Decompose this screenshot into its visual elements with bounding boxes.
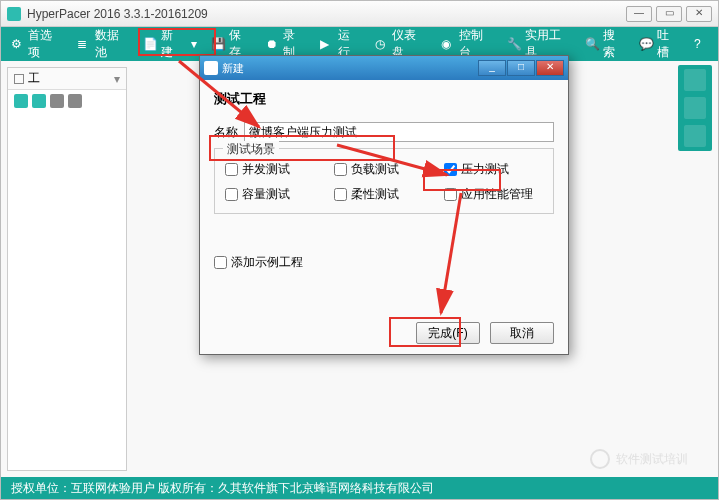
check-pressure[interactable]: 压力测试 bbox=[444, 161, 543, 178]
file-icon: 📄 bbox=[143, 37, 157, 51]
dialog-window-controls: _ □ ✕ bbox=[478, 60, 564, 76]
checkbox-concurrent[interactable] bbox=[225, 163, 238, 176]
dialog-icon bbox=[204, 61, 218, 75]
toolbar-feedback[interactable]: 💬吐槽 bbox=[633, 23, 686, 65]
statusbar: 授权单位：互联网体验用户 版权所有：久其软件旗下北京蜂语网络科技有限公司 bbox=[1, 477, 718, 499]
toolbar-search[interactable]: 🔍搜索 bbox=[579, 23, 632, 65]
gear-icon: ⚙ bbox=[11, 37, 24, 51]
watermark-text: 软件测试培训 bbox=[616, 451, 688, 468]
side-tool-chart[interactable] bbox=[684, 125, 706, 147]
check-apm[interactable]: 应用性能管理 bbox=[444, 186, 543, 203]
checkbox-capacity[interactable] bbox=[225, 188, 238, 201]
status-text: 授权单位：互联网体验用户 版权所有：久其软件旗下北京蜂语网络科技有限公司 bbox=[11, 480, 434, 497]
dialog-title: 新建 bbox=[222, 61, 478, 76]
panel-tool-4[interactable] bbox=[68, 94, 82, 108]
scene-grid: 并发测试 负载测试 压力测试 容量测试 柔性测试 应用性能管理 bbox=[225, 161, 543, 203]
panel-menu-icon[interactable]: ▾ bbox=[114, 72, 120, 86]
panel-title: 工 bbox=[28, 70, 40, 87]
chevron-down-icon: ▾ bbox=[191, 37, 197, 51]
check-capacity[interactable]: 容量测试 bbox=[225, 186, 324, 203]
search-icon: 🔍 bbox=[585, 37, 599, 51]
name-label: 名称 bbox=[214, 124, 238, 141]
new-dialog: 新建 _ □ ✕ 测试工程 名称 测试场景 并发测试 负载测试 压力测试 容量测… bbox=[199, 55, 569, 355]
finish-button[interactable]: 完成(F) bbox=[416, 322, 480, 344]
app-title: HyperPacer 2016 3.3.1-20161209 bbox=[27, 7, 626, 21]
minimize-button[interactable]: — bbox=[626, 6, 652, 22]
panel-toolbar bbox=[8, 90, 126, 112]
panel-tool-3[interactable] bbox=[50, 94, 64, 108]
window-controls: — ▭ ✕ bbox=[626, 6, 712, 22]
dialog-close[interactable]: ✕ bbox=[536, 60, 564, 76]
watermark-icon bbox=[590, 449, 610, 469]
close-button[interactable]: ✕ bbox=[686, 6, 712, 22]
maximize-button[interactable]: ▭ bbox=[656, 6, 682, 22]
toolbar-help[interactable]: ? bbox=[688, 33, 714, 55]
dialog-heading: 测试工程 bbox=[214, 86, 554, 116]
main-window: HyperPacer 2016 3.3.1-20161209 — ▭ ✕ ⚙首选… bbox=[0, 0, 719, 500]
dialog-titlebar[interactable]: 新建 _ □ ✕ bbox=[200, 56, 568, 80]
dialog-body: 测试工程 名称 测试场景 并发测试 负载测试 压力测试 容量测试 柔性测试 应用… bbox=[200, 80, 568, 277]
checkbox-apm[interactable] bbox=[444, 188, 457, 201]
side-toolbar bbox=[678, 65, 712, 151]
dialog-minimize[interactable]: _ bbox=[478, 60, 506, 76]
left-panel: 工 ▾ bbox=[7, 67, 127, 471]
play-icon: ▶ bbox=[320, 37, 333, 51]
scene-fieldset: 测试场景 并发测试 负载测试 压力测试 容量测试 柔性测试 应用性能管理 bbox=[214, 148, 554, 214]
toolbar-datapool[interactable]: ≣数据池 bbox=[71, 23, 135, 65]
watermark: 软件测试培训 bbox=[590, 449, 688, 469]
check-flex[interactable]: 柔性测试 bbox=[334, 186, 433, 203]
name-input[interactable] bbox=[244, 122, 554, 142]
help-icon: ? bbox=[694, 37, 708, 51]
record-icon: ⏺ bbox=[266, 37, 279, 51]
save-icon: 💾 bbox=[211, 37, 225, 51]
toolbar-new[interactable]: 📄新建▾ bbox=[137, 23, 203, 65]
console-icon: ◉ bbox=[441, 37, 454, 51]
add-example-label: 添加示例工程 bbox=[231, 254, 303, 271]
checkbox-load[interactable] bbox=[334, 163, 347, 176]
panel-header: 工 ▾ bbox=[8, 68, 126, 90]
toolbar-preferences[interactable]: ⚙首选项 bbox=[5, 23, 69, 65]
panel-tool-2[interactable] bbox=[32, 94, 46, 108]
check-load[interactable]: 负载测试 bbox=[334, 161, 433, 178]
app-icon bbox=[7, 7, 21, 21]
gauge-icon: ◷ bbox=[375, 37, 388, 51]
checkbox-add-example[interactable] bbox=[214, 256, 227, 269]
side-tool-edit[interactable] bbox=[684, 69, 706, 91]
add-example-row[interactable]: 添加示例工程 bbox=[214, 254, 554, 271]
side-tool-list[interactable] bbox=[684, 97, 706, 119]
cancel-button[interactable]: 取消 bbox=[490, 322, 554, 344]
check-concurrent[interactable]: 并发测试 bbox=[225, 161, 324, 178]
wrench-icon: 🔧 bbox=[507, 37, 521, 51]
name-row: 名称 bbox=[214, 122, 554, 142]
dialog-footer: 完成(F) 取消 bbox=[416, 322, 554, 344]
scene-legend: 测试场景 bbox=[223, 141, 279, 158]
database-icon: ≣ bbox=[77, 37, 90, 51]
dialog-maximize[interactable]: □ bbox=[507, 60, 535, 76]
checkbox-pressure[interactable] bbox=[444, 163, 457, 176]
panel-icon bbox=[14, 74, 24, 84]
chat-icon: 💬 bbox=[639, 37, 653, 51]
panel-tool-1[interactable] bbox=[14, 94, 28, 108]
checkbox-flex[interactable] bbox=[334, 188, 347, 201]
